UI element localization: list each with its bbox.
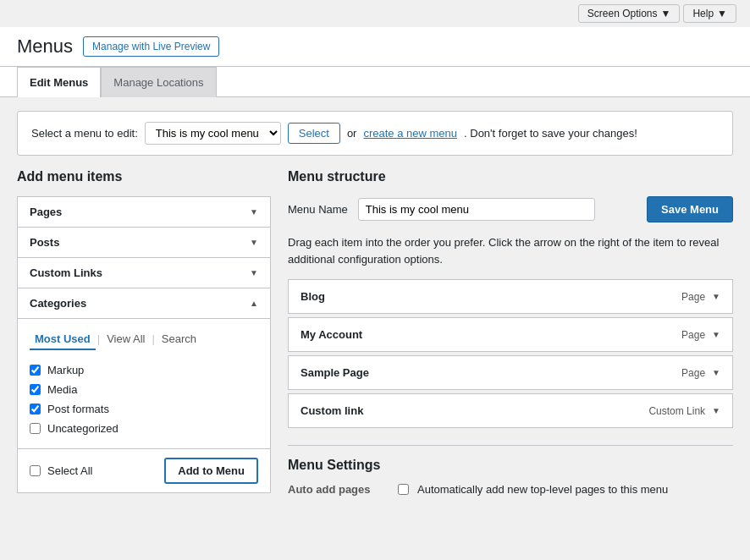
add-to-menu-button[interactable]: Add to Menu bbox=[164, 458, 258, 484]
pages-arrow-icon: ▼ bbox=[250, 207, 258, 217]
accordion-categories-header[interactable]: Categories ▲ bbox=[18, 288, 270, 318]
page-title: Menus bbox=[17, 36, 73, 58]
drag-hint: Drag each item into the order you prefer… bbox=[288, 234, 733, 267]
select-all-checkbox[interactable] bbox=[30, 465, 41, 476]
auto-add-pages-desc: Automatically add new top-level pages to… bbox=[417, 483, 668, 496]
tab-edit-menus[interactable]: Edit Menus bbox=[17, 67, 101, 97]
select-menu-label: Select a menu to edit: bbox=[31, 127, 138, 140]
accordion-pages: Pages ▼ bbox=[17, 196, 271, 227]
accordion-categories: Categories ▲ Most Used | View All | Sear… bbox=[17, 288, 271, 449]
screen-options-button[interactable]: Screen Options ▼ bbox=[578, 4, 681, 23]
select-bar-or: or bbox=[347, 127, 357, 140]
categories-tab-search[interactable]: Search bbox=[157, 329, 201, 350]
menu-item-my-account[interactable]: My Account Page ▼ bbox=[288, 317, 733, 352]
help-label: Help bbox=[692, 8, 714, 19]
menu-item-sample-page-arrow-icon[interactable]: ▼ bbox=[712, 368, 720, 377]
screen-options-label: Screen Options bbox=[587, 8, 658, 19]
categories-checkbox-list: Markup Media Post formats Uncategorized bbox=[30, 360, 258, 438]
menu-structure-title: Menu structure bbox=[288, 169, 733, 184]
menu-settings-title: Menu Settings bbox=[288, 458, 733, 473]
categories-body: Most Used | View All | Search Markup Med… bbox=[18, 318, 270, 448]
menu-item-custom-link[interactable]: Custom link Custom Link ▼ bbox=[288, 393, 733, 428]
menu-name-label: Menu Name bbox=[288, 203, 348, 216]
media-checkbox[interactable] bbox=[30, 384, 41, 395]
markup-checkbox[interactable] bbox=[30, 365, 41, 376]
select-menu-bar: Select a menu to edit: This is my cool m… bbox=[17, 111, 733, 156]
accordion-custom-links: Custom Links ▼ bbox=[17, 257, 271, 288]
accordion-posts: Posts ▼ bbox=[17, 227, 271, 257]
tab-divider-2: | bbox=[150, 329, 156, 350]
select-all-label: Select All bbox=[47, 464, 92, 477]
list-item: Markup bbox=[30, 360, 258, 380]
menu-item-blog[interactable]: Blog Page ▼ bbox=[288, 279, 733, 314]
tabs-nav: Edit Menus Manage Locations bbox=[0, 67, 750, 97]
save-menu-button[interactable]: Save Menu bbox=[647, 196, 733, 222]
select-bar-note: . Don't forget to save your changes! bbox=[464, 127, 637, 140]
categories-tab-view-all[interactable]: View All bbox=[102, 329, 150, 350]
categories-footer: Select All Add to Menu bbox=[17, 449, 271, 493]
list-item: Post formats bbox=[30, 399, 258, 419]
menu-item-sample-page[interactable]: Sample Page Page ▼ bbox=[288, 355, 733, 390]
add-menu-items-title: Add menu items bbox=[17, 169, 271, 184]
accordion-custom-links-header[interactable]: Custom Links ▼ bbox=[18, 258, 270, 288]
auto-add-pages-row: Auto add pages Automatically add new top… bbox=[288, 483, 733, 496]
menu-settings-section: Menu Settings Auto add pages Automatical… bbox=[288, 445, 733, 496]
page-header: Menus Manage with Live Preview bbox=[0, 27, 750, 67]
tab-manage-locations[interactable]: Manage Locations bbox=[101, 67, 216, 97]
left-panel: Add menu items Pages ▼ Posts ▼ Custom Li… bbox=[17, 169, 271, 496]
select-menu-button[interactable]: Select bbox=[288, 123, 340, 144]
menu-item-custom-link-arrow-icon[interactable]: ▼ bbox=[712, 406, 720, 415]
help-button[interactable]: Help ▼ bbox=[683, 4, 736, 23]
custom-links-arrow-icon: ▼ bbox=[250, 268, 258, 277]
menu-name-input[interactable] bbox=[358, 198, 595, 221]
screen-options-arrow-icon: ▼ bbox=[661, 8, 671, 19]
menu-select-dropdown[interactable]: This is my cool menu bbox=[145, 122, 281, 145]
categories-tabs-row: Most Used | View All | Search bbox=[30, 329, 258, 350]
auto-add-pages-label: Auto add pages bbox=[288, 483, 389, 496]
categories-arrow-icon: ▲ bbox=[250, 299, 258, 308]
posts-arrow-icon: ▼ bbox=[250, 238, 258, 247]
help-arrow-icon: ▼ bbox=[717, 8, 727, 19]
list-item: Uncategorized bbox=[30, 419, 258, 438]
live-preview-button[interactable]: Manage with Live Preview bbox=[83, 36, 219, 57]
menu-item-my-account-arrow-icon[interactable]: ▼ bbox=[712, 330, 720, 339]
tab-divider-1: | bbox=[96, 329, 102, 350]
right-panel: Menu structure Menu Name Save Menu Drag … bbox=[288, 169, 733, 496]
accordion-posts-header[interactable]: Posts ▼ bbox=[18, 228, 270, 257]
auto-add-pages-checkbox[interactable] bbox=[398, 484, 409, 495]
uncategorized-checkbox[interactable] bbox=[30, 423, 41, 434]
top-bar: Screen Options ▼ Help ▼ bbox=[0, 0, 750, 27]
categories-tab-most-used[interactable]: Most Used bbox=[30, 329, 96, 350]
select-all-row: Select All bbox=[30, 464, 92, 477]
menu-name-row: Menu Name Save Menu bbox=[288, 196, 733, 222]
menu-item-blog-arrow-icon[interactable]: ▼ bbox=[712, 292, 720, 301]
accordion-pages-header[interactable]: Pages ▼ bbox=[18, 197, 270, 227]
main-content: Add menu items Pages ▼ Posts ▼ Custom Li… bbox=[0, 169, 750, 513]
post-formats-checkbox[interactable] bbox=[30, 404, 41, 415]
list-item: Media bbox=[30, 380, 258, 399]
create-new-menu-link[interactable]: create a new menu bbox=[363, 127, 457, 140]
